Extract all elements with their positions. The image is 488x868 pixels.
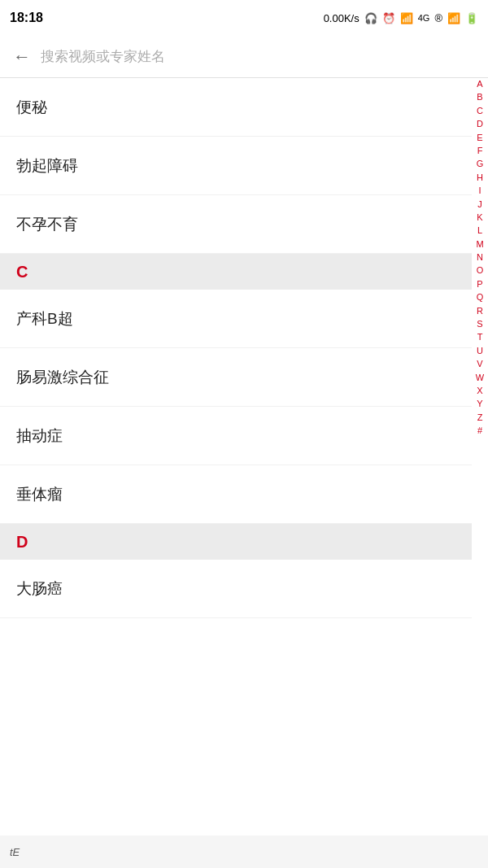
- network-speed: 0.00K/s: [324, 12, 359, 24]
- list-item[interactable]: 垂体瘤: [0, 465, 472, 524]
- list-item-text: 大肠癌: [16, 578, 63, 600]
- alpha-letter-r[interactable]: R: [477, 305, 483, 317]
- alpha-letter-x[interactable]: X: [477, 385, 482, 397]
- list-item[interactable]: 肠易激综合征: [0, 348, 472, 407]
- alpha-letter-z[interactable]: Z: [477, 412, 483, 424]
- header: ← 搜索视频或专家姓名: [0, 36, 488, 78]
- alpha-letter-q[interactable]: Q: [477, 291, 484, 303]
- list-item-text: 垂体瘤: [16, 484, 63, 505]
- list-item[interactable]: 不孕不育: [0, 195, 472, 254]
- signal2-icon: 📶: [447, 12, 460, 24]
- alpha-letter-o[interactable]: O: [477, 264, 484, 277]
- list-item-text: 不孕不育: [16, 214, 78, 235]
- alpha-letter-v[interactable]: V: [477, 358, 482, 370]
- alpha-letter-l[interactable]: L: [477, 225, 482, 237]
- alpha-letter-#[interactable]: #: [477, 425, 482, 437]
- list-item[interactable]: 产科B超: [0, 290, 472, 348]
- battery-icon: 🔋: [465, 12, 478, 24]
- signal-icon: 4G: [418, 13, 430, 23]
- list-item-text: 便秘: [16, 97, 47, 118]
- alpha-letter-f[interactable]: F: [477, 145, 483, 157]
- list-item[interactable]: 大肠癌: [0, 560, 472, 618]
- alpha-letter-s[interactable]: S: [477, 318, 482, 330]
- back-button[interactable]: ←: [13, 48, 31, 66]
- bottom-bar: tE: [0, 835, 488, 868]
- list-item[interactable]: 便秘: [0, 78, 472, 137]
- alpha-letter-i[interactable]: I: [478, 185, 481, 197]
- wifi-icon: 📶: [400, 12, 413, 24]
- alpha-letter-p[interactable]: P: [477, 278, 482, 290]
- alpha-letter-h[interactable]: H: [477, 172, 483, 184]
- list-item[interactable]: 勃起障碍: [0, 137, 472, 195]
- alpha-letter-k[interactable]: K: [477, 212, 482, 224]
- section-header: D: [0, 524, 472, 560]
- status-bar: 18:18 0.00K/s 🎧 ⏰ 📶 4G ® 📶 🔋: [0, 0, 488, 36]
- alpha-letter-u[interactable]: U: [477, 345, 483, 357]
- headphone-icon: 🎧: [364, 12, 377, 24]
- alpha-letter-j[interactable]: J: [477, 198, 482, 211]
- section-header-label: C: [16, 263, 28, 281]
- alarm-icon: ⏰: [382, 12, 395, 24]
- list-item[interactable]: 抽动症: [0, 407, 472, 465]
- bottom-text: tE: [10, 846, 20, 858]
- list-item-text: 肠易激综合征: [16, 367, 109, 388]
- alpha-letter-b[interactable]: B: [477, 91, 482, 103]
- alpha-letter-t[interactable]: T: [477, 331, 483, 343]
- alpha-letter-w[interactable]: W: [476, 372, 484, 384]
- alpha-letter-y[interactable]: Y: [477, 398, 482, 410]
- alpha-letter-e[interactable]: E: [477, 132, 482, 144]
- alpha-letter-a[interactable]: A: [477, 78, 482, 90]
- list-item-text: 勃起障碍: [16, 155, 78, 177]
- alpha-letter-g[interactable]: G: [477, 158, 484, 170]
- list-item-text: 抽动症: [16, 425, 63, 447]
- list-container: 便秘勃起障碍不孕不育C产科B超肠易激综合征抽动症垂体瘤D大肠癌: [0, 78, 488, 618]
- alpha-letter-m[interactable]: M: [476, 238, 483, 251]
- alpha-letter-c[interactable]: C: [477, 105, 483, 117]
- alphabet-sidebar: ABCDEFGHIJKLMNOPQRSTUVWXYZ#: [472, 78, 488, 438]
- status-center: 0.00K/s 🎧 ⏰ 📶 4G ® 📶 🔋: [324, 12, 478, 24]
- registered-icon: ®: [434, 12, 442, 24]
- search-placeholder[interactable]: 搜索视频或专家姓名: [41, 47, 475, 66]
- list-item-text: 产科B超: [16, 308, 73, 329]
- alpha-letter-d[interactable]: D: [477, 118, 483, 130]
- status-time: 18:18: [10, 11, 43, 25]
- alpha-letter-n[interactable]: N: [477, 251, 483, 264]
- section-header: C: [0, 254, 472, 290]
- section-header-label: D: [16, 533, 28, 552]
